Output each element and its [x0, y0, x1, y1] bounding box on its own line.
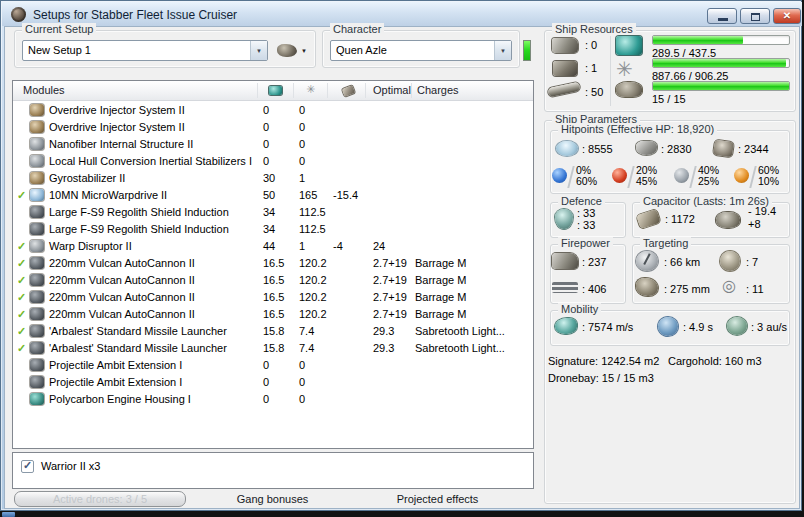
- tab-active-drones[interactable]: Active drones: 3 / 5: [14, 491, 186, 507]
- chevron-down-icon[interactable]: ▼: [250, 41, 267, 60]
- module-row[interactable]: Local Hull Conversion Inertial Stabilize…: [13, 153, 533, 170]
- module-list-header[interactable]: Modules ✳ Optimal Charges: [13, 81, 533, 101]
- powergrid-icon[interactable]: ✳: [306, 83, 315, 96]
- active-check-icon: ✓: [17, 272, 26, 289]
- maximize-button[interactable]: [740, 8, 770, 24]
- module-icon: [30, 376, 44, 388]
- module-cpu-value: 44: [263, 238, 275, 255]
- module-row[interactable]: Overdrive Injector System II00: [13, 102, 533, 119]
- module-powergrid-value: 0: [299, 374, 305, 391]
- drone-bandwidth-icon: [616, 82, 642, 97]
- module-cpu-value: 0: [263, 357, 269, 374]
- module-icon: [30, 393, 44, 405]
- active-check-icon: ✓: [17, 187, 26, 204]
- module-row[interactable]: Overdrive Injector System II00: [13, 119, 533, 136]
- module-powergrid-value: 112.5: [299, 221, 326, 238]
- capacitor-icon[interactable]: [342, 85, 355, 96]
- modules-column-header[interactable]: Modules: [23, 84, 65, 96]
- module-row[interactable]: ✓220mm Vulcan AutoCannon II16.5120.22.7+…: [13, 255, 533, 272]
- module-row[interactable]: Large F-S9 Regolith Shield Induction3411…: [13, 204, 533, 221]
- module-icon: [30, 359, 44, 371]
- module-powergrid-value: 120.2: [299, 289, 327, 306]
- title-bar[interactable]: Setups for Stabber Fleet Issue Cruiser: [2, 2, 802, 26]
- module-icon: [30, 257, 44, 269]
- module-row[interactable]: Projectile Ambit Extension I00: [13, 357, 533, 374]
- checkbox-check-icon: ✓: [23, 459, 32, 472]
- module-row[interactable]: ✓220mm Vulcan AutoCannon II16.5120.22.7+…: [13, 289, 533, 306]
- character-select[interactable]: Quen Azle ▼: [330, 40, 512, 61]
- drones-list: ✓Warrior II x3: [12, 452, 534, 489]
- close-button[interactable]: ✕: [773, 8, 801, 24]
- close-icon: ✕: [774, 10, 800, 21]
- module-optimal-value: 2.7+19: [373, 272, 407, 289]
- module-row[interactable]: ✓220mm Vulcan AutoCannon II16.5120.22.7+…: [13, 306, 533, 323]
- module-row[interactable]: ✓Warp Disruptor II441-424: [13, 238, 533, 255]
- module-cpu-value: 16.5: [263, 272, 284, 289]
- chevron-down-icon[interactable]: ▼: [494, 41, 511, 60]
- module-icon: [30, 223, 44, 235]
- setup-select[interactable]: New Setup 1 ▼: [22, 40, 268, 61]
- module-row[interactable]: Large F-S9 Regolith Shield Induction3411…: [13, 221, 533, 238]
- capacitor-delta-icon: [716, 212, 740, 228]
- maximize-icon: [751, 13, 760, 21]
- module-name: Projectile Ambit Extension I: [49, 357, 182, 374]
- module-icon: [30, 325, 44, 337]
- module-powergrid-value: 0: [299, 153, 305, 170]
- defence-title: Defence: [558, 195, 605, 207]
- signature-value: Signature: 1242.54 m2: [548, 355, 659, 367]
- resources-divider: [610, 36, 611, 106]
- module-icon: [30, 121, 44, 133]
- armor-resist-value: 25%: [698, 176, 719, 187]
- ship-browser-button[interactable]: ▼: [274, 42, 310, 59]
- module-row[interactable]: ✓220mm Vulcan AutoCannon II16.5120.22.7+…: [13, 272, 533, 289]
- volley-icon: [552, 282, 578, 293]
- charges-column-header[interactable]: Charges: [417, 84, 459, 96]
- module-row[interactable]: Gyrostabilizer II301: [13, 170, 533, 187]
- module-powergrid-value: 112.5: [299, 204, 326, 221]
- capacitor-amount: : 1172: [665, 213, 695, 225]
- ship-resources-title: Ship Resources: [552, 23, 636, 35]
- ship-icon: [277, 44, 297, 57]
- module-name: Large F-S9 Regolith Shield Induction: [49, 221, 229, 238]
- shield-hp-icon: [556, 141, 578, 156]
- launcher-hardpoints-value: : 1: [585, 62, 597, 74]
- module-row[interactable]: Projectile Ambit Extension I00: [13, 374, 533, 391]
- module-name: 220mm Vulcan AutoCannon II: [49, 289, 195, 306]
- module-icon: [30, 189, 44, 201]
- drone-bandwidth-bar-text: 15 / 15: [652, 93, 686, 105]
- module-name: Overdrive Injector System II: [49, 102, 185, 119]
- tab-gang-bonuses[interactable]: Gang bonuses: [200, 493, 345, 505]
- module-powergrid-value: 7.4: [299, 323, 314, 340]
- tab-projected-effects[interactable]: Projected effects: [365, 493, 510, 505]
- module-icon: [30, 274, 44, 286]
- module-icon: [30, 308, 44, 320]
- cpu-icon[interactable]: [269, 86, 282, 95]
- module-icon: [30, 138, 44, 150]
- module-rows: Overdrive Injector System II00Overdrive …: [13, 102, 533, 408]
- app-icon: [11, 7, 26, 22]
- bar-fill: [653, 82, 789, 90]
- minimize-button[interactable]: [707, 8, 737, 24]
- module-cpu-value: 16.5: [263, 255, 284, 272]
- armor-hp-value: : 2830: [661, 143, 692, 155]
- drone-label: Warrior II x3: [41, 460, 101, 472]
- calibration-value: : 50: [585, 86, 603, 98]
- module-powergrid-value: 7.4: [299, 340, 314, 357]
- module-charge-value: Barrage M: [415, 306, 531, 323]
- kinetic-resist-icon: [674, 168, 689, 183]
- module-charge-value: Sabretooth Light...: [415, 340, 531, 357]
- module-row[interactable]: Nanofiber Internal Structure II00: [13, 136, 533, 153]
- module-row[interactable]: ✓10MN MicroWarpdrive II50165-15.4: [13, 187, 533, 204]
- module-row[interactable]: ✓'Arbalest' Standard Missile Launcher15.…: [13, 323, 533, 340]
- drone-checkbox[interactable]: ✓: [21, 460, 34, 473]
- module-capacitor-value: -4: [333, 238, 343, 255]
- targeting-range-value: : 66 km: [664, 256, 700, 268]
- resist-values: 40%25%: [698, 165, 719, 187]
- module-row[interactable]: ✓'Arbalest' Standard Missile Launcher15.…: [13, 340, 533, 357]
- module-name: 220mm Vulcan AutoCannon II: [49, 272, 195, 289]
- module-row[interactable]: Polycarbon Engine Housing I00: [13, 391, 533, 408]
- resist-values: 0%60%: [576, 165, 597, 187]
- turret-hardpoints-value: : 0: [585, 39, 597, 51]
- optimal-column-header[interactable]: Optimal: [373, 84, 411, 96]
- module-name: Nanofiber Internal Structure II: [49, 136, 193, 153]
